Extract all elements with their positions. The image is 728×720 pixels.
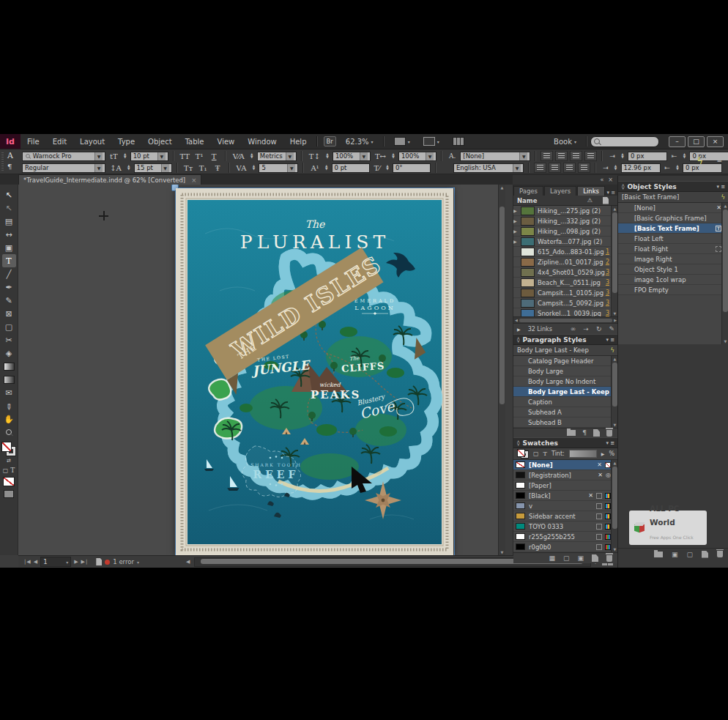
fill-stroke-controls[interactable] (1, 442, 16, 456)
swatch-row[interactable]: r255g255b255 (513, 532, 618, 542)
font-size-field[interactable]: 10 pt▼ (130, 152, 168, 161)
last-line-indent-stepper[interactable]: ▲▼ (675, 165, 680, 171)
small-caps-button[interactable]: Tᴛ (182, 163, 195, 173)
formatting-text-icon[interactable]: T (543, 450, 547, 457)
object-styles-header[interactable]: ◊Object Styles ▾≡ (618, 181, 728, 192)
delete-style-icon[interactable] (606, 430, 612, 437)
tab-close-icon[interactable]: × (191, 177, 196, 184)
content-collector-tool[interactable]: ▣ (2, 241, 16, 254)
collapse-dock-icon[interactable]: « (600, 177, 603, 183)
strikethrough-button[interactable]: Ŧ (212, 163, 224, 173)
previous-page-button[interactable]: ◀ (34, 559, 37, 565)
fill-color-swatch[interactable] (1, 442, 12, 452)
page-number-field[interactable]: 1▾ (40, 557, 71, 567)
object-style-row[interactable]: Image Right (618, 254, 728, 264)
style-group-icon[interactable] (567, 430, 576, 436)
close-button[interactable]: × (707, 136, 724, 147)
formatting-container-icon[interactable]: ▢ (533, 450, 539, 457)
baseline-shift-field[interactable]: 0 pt (332, 163, 370, 173)
gap-tool[interactable]: ↔ (2, 228, 16, 241)
menu-window[interactable]: Window (241, 134, 283, 149)
all-caps-button[interactable]: TT (179, 152, 191, 161)
pencil-tool[interactable]: ✎ (2, 294, 16, 307)
quick-apply-icon[interactable]: ϟ (697, 155, 703, 166)
right-indent-field[interactable]: 0 px (689, 152, 728, 161)
link-row[interactable]: ▶Waterfa...077.jpg (2) (513, 237, 618, 247)
scroll-left-button[interactable]: ◀ (186, 559, 190, 565)
vertical-scrollbar[interactable]: ▲ ▼ (498, 185, 505, 555)
links-name-header[interactable]: Name (517, 197, 537, 204)
delete-swatch-icon[interactable] (606, 555, 612, 562)
fill-stroke-proxy[interactable] (517, 449, 529, 459)
swatch-row[interactable]: r0g0b0 (513, 542, 618, 552)
object-style-row[interactable]: FPO Empty (618, 285, 728, 295)
paragraph-style-row[interactable]: Body Large (513, 366, 618, 376)
font-family-combo[interactable]: Warnock Pro▼ (22, 152, 105, 161)
link-row[interactable]: ▶Hiking_...332.jpg (2) (513, 216, 618, 226)
link-row[interactable]: 4x4_Shot01_0529.jpg3 (513, 267, 618, 278)
line-tool[interactable]: ╱ (2, 267, 16, 281)
paragraph-formatting-button[interactable]: ¶ (7, 163, 12, 171)
link-row[interactable]: Beach_K..._0511.jpg3 (513, 278, 618, 288)
justify-button[interactable] (584, 151, 597, 161)
new-swatch-icon[interactable] (592, 554, 598, 562)
align-left-button[interactable] (541, 151, 553, 161)
eyedropper-tool[interactable]: ✐ (2, 399, 16, 412)
maximize-button[interactable]: □ (688, 136, 705, 147)
vertical-scale-field[interactable]: 100%▼ (333, 152, 371, 161)
clear-attributes-icon[interactable]: ▢ (686, 551, 693, 558)
scissors-tool[interactable]: ✂ (2, 333, 16, 346)
font-size-stepper[interactable]: ▲▼ (122, 153, 128, 160)
swatch-row[interactable]: [Black]✕ (513, 491, 618, 501)
menu-view[interactable]: View (211, 134, 242, 149)
swatch-row[interactable]: [Paper] (513, 480, 618, 491)
paragraph-styles-menu-icon[interactable]: ▾≡ (606, 337, 614, 343)
rectangle-tool[interactable]: ▢ (2, 320, 16, 333)
object-style-row-selected[interactable]: [Basic Text Frame]T (618, 223, 728, 234)
justify-right-button[interactable] (563, 163, 576, 173)
menu-table[interactable]: Table (179, 134, 211, 149)
note-tool[interactable]: ✉ (2, 386, 16, 399)
update-link-icon[interactable]: ↻ (596, 325, 602, 333)
kerning-field[interactable]: Metrics▼ (257, 152, 297, 161)
object-style-row[interactable]: Float Left (618, 234, 728, 244)
character-style-combo[interactable]: [None]▼ (460, 152, 530, 161)
skew-field[interactable]: 0° (393, 163, 431, 173)
first-page-button[interactable]: |◀ (24, 559, 31, 565)
menu-edit[interactable]: Edit (46, 134, 73, 149)
align-right-button[interactable] (570, 151, 582, 161)
link-row[interactable]: 615_Ado...883-01.jpg1 (513, 247, 618, 257)
document-canvas[interactable]: The PLURALIST (18, 185, 505, 555)
formatting-affects-toggle[interactable]: ▢T (2, 465, 16, 475)
swatches-header[interactable]: ◊Swatches ▾≡ (513, 437, 618, 448)
style-group-icon[interactable] (654, 552, 663, 557)
underline-button[interactable]: T (208, 152, 220, 161)
first-line-indent-field[interactable]: 12.96 px (621, 163, 661, 173)
menu-type[interactable]: Type (111, 134, 141, 149)
normal-view-mode-button[interactable] (2, 487, 16, 500)
character-formatting-button[interactable]: A (7, 151, 13, 160)
swatch-row[interactable]: v (513, 501, 618, 511)
object-style-row[interactable]: Object Style 1 (618, 264, 728, 275)
control-panel-menu-icon[interactable]: ≡ (716, 157, 722, 164)
link-row[interactable]: Zipline...01_0017.jpg2 (513, 257, 618, 267)
poster-artwork[interactable]: The PLURALIST (176, 188, 453, 555)
show-all-swatches-icon[interactable]: ▦ (549, 554, 555, 562)
menu-file[interactable]: File (21, 134, 46, 149)
paragraph-styles-header[interactable]: ◊Paragraph Styles ▾≡ (513, 334, 618, 345)
free-transform-tool[interactable]: ◈ (2, 346, 16, 360)
paragraph-style-row[interactable]: Caption (513, 397, 618, 407)
view-options-dropdown[interactable]: ▾ (387, 134, 417, 149)
link-row[interactable]: ▶Hiking_...098.jpg (2) (513, 226, 618, 237)
vertical-scale-stepper[interactable]: ▲▼ (324, 153, 330, 160)
clear-overrides-icon[interactable]: ▣ (672, 551, 678, 558)
workspace-switcher[interactable]: Book▾ (547, 134, 583, 149)
last-page-button[interactable]: ▶| (81, 559, 88, 565)
zoom-tool[interactable] (2, 426, 16, 439)
quick-apply-icon[interactable]: ϟ (721, 193, 725, 201)
pen-tool[interactable]: ✒ (2, 281, 16, 294)
link-row[interactable]: Campsit...5_0092.jpg3 (513, 298, 618, 308)
horizontal-scale-field[interactable]: 100%▼ (398, 152, 437, 161)
screen-mode-dropdown[interactable]: ▾ (417, 134, 446, 149)
delete-object-style-icon[interactable] (717, 551, 723, 557)
